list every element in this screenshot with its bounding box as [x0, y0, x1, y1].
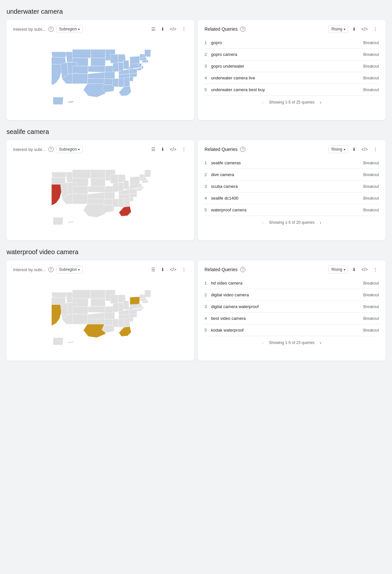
queries-header-sealife-camera: Related Queries?Rising ▾⬇</>⋮: [204, 145, 379, 153]
svg-marker-113: [88, 306, 106, 313]
svg-marker-112: [91, 298, 106, 306]
code-icon-map-waterproof-video-camera[interactable]: </>: [169, 266, 178, 273]
query-row-underwater-camera-2[interactable]: 3gopro underwaterBreakout: [204, 60, 379, 72]
query-row-waterproof-video-camera-2[interactable]: 3digital camera waterproofBreakout: [204, 301, 379, 313]
svg-marker-79: [113, 199, 119, 207]
svg-marker-38: [130, 56, 140, 64]
dropdown-arrow: ▾: [78, 268, 80, 271]
download-icon-map-sealife-camera[interactable]: ⬇: [159, 145, 166, 153]
dropdown-arrow: ▾: [78, 27, 80, 31]
section-title-sealife-camera: sealife camera: [7, 128, 385, 136]
svg-marker-104: [73, 290, 91, 298]
query-row-underwater-camera-3[interactable]: 4underwater camera liveBreakout: [204, 72, 379, 84]
query-row-underwater-camera-0[interactable]: 1goproBreakout: [204, 37, 379, 49]
interest-label-waterproof-video-camera: Interest by subr...: [13, 267, 46, 272]
svg-marker-149: [68, 341, 74, 343]
share-icon-map-waterproof-video-camera[interactable]: ⋮: [180, 266, 188, 273]
svg-marker-65: [88, 199, 105, 204]
svg-marker-89: [140, 174, 143, 178]
download-icon-queries-underwater-camera[interactable]: ⬇: [351, 25, 357, 33]
query-row-sealife-camera-0[interactable]: 1sealife camerasBreakout: [204, 157, 379, 169]
svg-marker-145: [139, 304, 142, 308]
filter-dropdown-waterproof-video-camera[interactable]: Rising ▾: [328, 266, 348, 273]
next-btn-underwater-camera[interactable]: ›: [318, 99, 323, 106]
subregion-dropdown-underwater-camera[interactable]: Subregion ▾: [56, 25, 83, 33]
query-row-sealife-camera-3[interactable]: 4sealife dc1400Breakout: [204, 192, 379, 204]
download-icon-map-underwater-camera[interactable]: ⬇: [159, 25, 166, 33]
svg-marker-3: [65, 52, 73, 62]
share-icon-map-sealife-camera[interactable]: ⋮: [180, 145, 188, 153]
filter-arrow: ▾: [344, 27, 345, 31]
svg-marker-11: [91, 49, 106, 58]
query-num-underwater-camera-3: 4: [204, 75, 211, 80]
code-icon-queries-sealife-camera[interactable]: </>: [360, 145, 369, 153]
svg-marker-81: [124, 197, 130, 207]
query-row-underwater-camera-4[interactable]: 5underwater camera best buyBreakout: [204, 84, 379, 96]
svg-marker-141: [145, 290, 151, 297]
map-card-sealife-camera: Interest by subr...?Subregion ▾☰⬇</>⋮: [7, 140, 194, 240]
dropdown-arrow: ▾: [78, 148, 80, 151]
help-icon-map-underwater-camera[interactable]: ?: [48, 26, 54, 32]
share-icon-queries-waterproof-video-camera[interactable]: ⋮: [372, 266, 379, 273]
svg-marker-29: [113, 78, 119, 87]
next-btn-waterproof-video-camera[interactable]: ›: [318, 339, 323, 346]
list-icon-map-waterproof-video-camera[interactable]: ☰: [150, 266, 157, 273]
query-badge-waterproof-video-camera-0: Breakout: [363, 281, 379, 286]
svg-marker-43: [142, 60, 147, 62]
map-header-underwater-camera: Interest by subr...?Subregion ▾☰⬇</>⋮: [13, 25, 188, 33]
prev-btn-sealife-camera[interactable]: ‹: [261, 219, 265, 226]
svg-marker-144: [146, 300, 148, 303]
filter-dropdown-sealife-camera[interactable]: Rising ▾: [328, 145, 348, 153]
map-svg-sealife-camera: [41, 160, 159, 232]
query-badge-underwater-camera-3: Breakout: [363, 76, 379, 80]
query-badge-sealife-camera-3: Breakout: [363, 196, 379, 201]
download-icon-queries-waterproof-video-camera[interactable]: ⬇: [351, 266, 357, 273]
filter-dropdown-underwater-camera[interactable]: Rising ▾: [328, 25, 348, 33]
list-icon-map-sealife-camera[interactable]: ☰: [150, 145, 157, 153]
download-icon-map-waterproof-video-camera[interactable]: ⬇: [159, 266, 166, 273]
subregion-dropdown-sealife-camera[interactable]: Subregion ▾: [56, 145, 83, 153]
svg-marker-45: [139, 63, 142, 68]
query-badge-underwater-camera-4: Breakout: [363, 88, 379, 92]
query-text-waterproof-video-camera-3: best video camera: [211, 316, 363, 321]
list-icon-map-underwater-camera[interactable]: ☰: [150, 25, 157, 33]
pagination-sealife-camera: ‹Showing 1-5 of 20 queries›: [204, 219, 379, 226]
code-icon-map-underwater-camera[interactable]: </>: [169, 25, 178, 33]
subregion-dropdown-waterproof-video-camera[interactable]: Subregion ▾: [56, 266, 83, 273]
help-icon-queries-waterproof-video-camera[interactable]: ?: [240, 267, 245, 272]
queries-card-underwater-camera: Related Queries?Rising ▾⬇</>⋮1goproBreak…: [198, 20, 385, 120]
share-icon-queries-underwater-camera[interactable]: ⋮: [372, 25, 379, 33]
share-icon-map-underwater-camera[interactable]: ⋮: [180, 25, 188, 33]
query-num-underwater-camera-0: 1: [204, 40, 211, 45]
prev-btn-waterproof-video-camera[interactable]: ‹: [261, 339, 265, 346]
help-icon-queries-sealife-camera[interactable]: ?: [240, 147, 245, 152]
query-row-waterproof-video-camera-1[interactable]: 2digital video cameraBreakout: [204, 289, 379, 301]
svg-marker-39: [140, 54, 143, 58]
help-icon-map-waterproof-video-camera[interactable]: ?: [48, 267, 54, 272]
prev-btn-underwater-camera[interactable]: ‹: [261, 99, 265, 106]
svg-marker-66: [83, 204, 106, 217]
svg-marker-116: [83, 324, 106, 337]
query-row-sealife-camera-1[interactable]: 2dive cameraBreakout: [204, 169, 379, 181]
svg-marker-26: [123, 60, 129, 69]
code-icon-queries-waterproof-video-camera[interactable]: </>: [360, 266, 369, 273]
next-btn-sealife-camera[interactable]: ›: [318, 219, 323, 226]
query-row-waterproof-video-camera-4[interactable]: 5kodak waterproofBreakout: [204, 324, 379, 336]
download-icon-queries-sealife-camera[interactable]: ⬇: [351, 145, 357, 153]
code-icon-queries-underwater-camera[interactable]: </>: [360, 25, 369, 33]
help-icon-map-sealife-camera[interactable]: ?: [48, 147, 54, 152]
code-icon-map-sealife-camera[interactable]: </>: [169, 145, 178, 153]
query-row-underwater-camera-1[interactable]: 2gopro cameraBreakout: [204, 49, 379, 60]
map-svg-waterproof-video-camera: [41, 280, 159, 352]
queries-card-sealife-camera: Related Queries?Rising ▾⬇</>⋮1sealife ca…: [198, 140, 385, 240]
query-row-waterproof-video-camera-0[interactable]: 1hd video cameraBreakout: [204, 277, 379, 289]
query-row-sealife-camera-2[interactable]: 3scuba cameraBreakout: [204, 181, 379, 192]
svg-marker-110: [73, 314, 88, 324]
query-badge-waterproof-video-camera-3: Breakout: [363, 316, 379, 321]
query-row-waterproof-video-camera-3[interactable]: 4best video cameraBreakout: [204, 313, 379, 324]
share-icon-queries-sealife-camera[interactable]: ⋮: [372, 145, 379, 153]
query-text-underwater-camera-1: gopro camera: [211, 52, 363, 57]
help-icon-queries-underwater-camera[interactable]: ?: [240, 26, 245, 32]
query-row-sealife-camera-4[interactable]: 5waterproof cameraBreakout: [204, 204, 379, 216]
query-badge-waterproof-video-camera-1: Breakout: [363, 293, 379, 297]
